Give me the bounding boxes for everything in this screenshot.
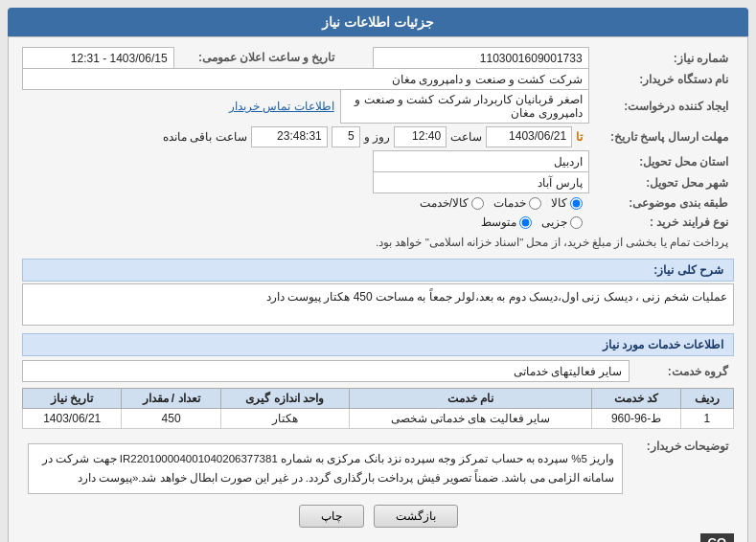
button-row: بازگشت چاپ <box>22 505 734 528</box>
saat-label: ساعت <box>450 130 482 144</box>
contact-info-link[interactable]: اطلاعات تماس خریدار <box>229 100 334 113</box>
mohlat-date: 1403/06/21 <box>486 126 572 147</box>
countdown-value: 23:48:31 <box>251 126 328 147</box>
tabaqebandi-label: طبقه بندی موضوعی: <box>588 193 734 214</box>
radio-kala-khadamat[interactable]: کالا/خدمت <box>420 196 484 210</box>
rooz-label: روز و <box>364 130 390 144</box>
sarh-koli-header: شرح کلی نیاز: <box>22 259 734 282</box>
mohlat-rooz: 5 <box>332 126 360 147</box>
cell-radif: 1 <box>680 409 733 429</box>
cell-tarikh: 1403/06/21 <box>23 409 122 429</box>
payment-note: پرداخت تمام یا بخشی از مبلغ خرید، از محل… <box>376 237 728 248</box>
shahr-label: شهر محل تحویل: <box>588 172 734 193</box>
shahr-value: پارس آباد <box>373 172 588 193</box>
tozi-value: واریز 5% سپرده به حساب تمرکز وجه سپرده ن… <box>28 443 623 494</box>
ijad-value: اصغر قربانیان کاربردار شرکت کشت و صنعت و… <box>340 90 588 124</box>
table-row: 1 ط-96-960 سایر فعالیت های خدماتی شخصی ه… <box>23 409 734 429</box>
tozi-label: توضیحات خریدار: <box>629 435 734 497</box>
tarikhElan-value: 1403/06/15 - 12:31 <box>23 48 174 69</box>
goroh-value: سایر فعالیتهای خدماتی <box>23 361 630 382</box>
noe-label: نوع فرایند خرید : <box>588 213 734 232</box>
namedastgah-label: نام دستگاه خریدار: <box>588 69 734 90</box>
mohlat-note: تا <box>576 130 583 144</box>
shomareNiaz-value: 1103001609001733 <box>373 48 588 69</box>
services-table: ردیف کد خدمت نام خدمت واحد اندازه گیری ت… <box>22 388 734 429</box>
ostan-value: اردبیل <box>373 151 588 172</box>
namedastgah-value: شرکت کشت و صنعت و دامپروری مغان <box>23 69 589 90</box>
col-tarikh: تاریخ نیاز <box>23 389 122 409</box>
col-vahed: واحد اندازه گیری <box>220 389 349 409</box>
mohlat-time: 12:40 <box>394 126 447 147</box>
back-button[interactable]: بازگشت <box>374 505 458 528</box>
sarh-koli-value: عملیات شخم زنی ، دیسک زنی اول،دیسک دوم ب… <box>22 283 734 326</box>
ijad-label: ایجاد کننده درخواست: <box>588 90 734 124</box>
col-tedad: تعداد / مقدار <box>122 389 220 409</box>
khadamat-header: اطلاعات خدمات مورد نیاز <box>22 333 734 356</box>
tarikhElan-label: تاریخ و ساعت اعلان عمومی: <box>173 48 340 69</box>
page-title: جزئیات اطلاعات نیاز <box>8 8 748 36</box>
shomareNiaz-label: شماره نیاز: <box>588 48 734 69</box>
col-nam: نام خدمت <box>349 389 592 409</box>
col-radif: ردیف <box>680 389 733 409</box>
radio-jazee[interactable]: جزیی <box>541 215 583 229</box>
col-kod: کد خدمت <box>592 389 681 409</box>
print-button[interactable]: چاپ <box>299 505 364 528</box>
ostan-label: استان محل تحویل: <box>588 151 734 172</box>
radio-khadamat[interactable]: خدمات <box>493 196 541 210</box>
radio-motavaset[interactable]: متوسط <box>481 215 532 229</box>
mohlat-label: مهلت ارسال پاسخ تاریخ: <box>588 124 734 151</box>
cell-tedad: 450 <box>122 409 220 429</box>
co-badge: CO <box>700 533 735 542</box>
countdown-suffix: ساعت باقی مانده <box>163 130 247 144</box>
goroh-label: گروه خدمت: <box>629 361 734 382</box>
cell-nam: سایر فعالیت های خدماتی شخصی <box>349 409 592 429</box>
cell-vahed: هکتار <box>220 409 349 429</box>
cell-kod: ط-96-960 <box>592 409 681 429</box>
radio-kala[interactable]: کالا <box>551 196 583 210</box>
